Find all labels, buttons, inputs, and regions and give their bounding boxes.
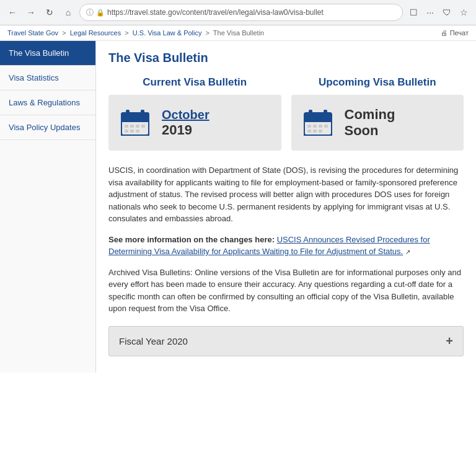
current-bulletin-section: Current Visa Bulletin <box>108 76 281 151</box>
uscis-block: See more information on the changes here… <box>108 234 464 258</box>
breadcrumb-sep-2: > <box>125 29 128 37</box>
svg-rect-4 <box>126 110 130 116</box>
svg-rect-8 <box>130 125 134 128</box>
address-bar[interactable]: ⓘ 🔒 https://travel.state.gov/content/tra… <box>79 4 403 21</box>
svg-rect-18 <box>324 110 327 116</box>
browser-actions: ☐ ··· 🛡 ☆ <box>407 6 471 19</box>
more-button[interactable]: ··· <box>423 6 437 19</box>
accordion-expand-icon: + <box>446 334 453 348</box>
page-title: The Visa Bulletin <box>108 51 464 65</box>
print-button[interactable]: 🖨 Печат <box>441 29 469 37</box>
sidebar-item-visa-bulletin[interactable]: The Visa Bulletin <box>0 41 95 66</box>
svg-rect-12 <box>130 130 134 133</box>
svg-rect-17 <box>309 110 312 116</box>
svg-rect-23 <box>324 125 328 128</box>
external-link-icon: ↗ <box>405 249 410 255</box>
accordion-header[interactable]: Fiscal Year 2020 + <box>109 327 463 356</box>
calendar-icon-current <box>118 106 152 139</box>
breadcrumb-link-travel[interactable]: Travel State Gov <box>7 29 58 37</box>
svg-rect-9 <box>136 125 139 128</box>
info-icon: ⓘ <box>86 7 94 18</box>
svg-rect-22 <box>319 125 322 128</box>
current-bulletin-year: 2019 <box>162 122 209 138</box>
breadcrumb-link-legal[interactable]: Legal Resources <box>70 29 121 37</box>
upcoming-bulletin-card[interactable]: Coming Soon <box>291 95 464 151</box>
bookmark-button[interactable]: ☐ <box>407 6 421 19</box>
current-bulletin-text: October 2019 <box>162 107 209 138</box>
content-area: The Visa Bulletin Visa Statistics Laws &… <box>0 41 476 372</box>
forward-button[interactable]: → <box>24 5 38 20</box>
upcoming-bulletin-line2: Soon <box>345 123 395 139</box>
upcoming-bulletin-line1: Coming <box>345 107 395 123</box>
shield-icon: 🔒 <box>96 9 105 17</box>
sidebar-item-laws-regulations[interactable]: Laws & Regulations <box>0 90 95 115</box>
main-content: The Visa Bulletin Current Visa Bulletin <box>96 41 476 372</box>
print-label: Печат <box>450 29 469 37</box>
back-button[interactable]: ← <box>5 5 20 20</box>
svg-rect-25 <box>313 130 317 133</box>
breadcrumb-sep-1: > <box>62 29 66 37</box>
archived-text: Archived Visa Bulletins: Online versions… <box>108 267 464 315</box>
svg-rect-10 <box>141 125 145 128</box>
url-text: https://travel.state.gov/content/travel/… <box>107 8 396 17</box>
svg-rect-6 <box>121 118 149 122</box>
current-bulletin-month: October <box>162 107 209 122</box>
accordion-title: Fiscal Year 2020 <box>119 336 188 346</box>
star-button[interactable]: ☆ <box>457 6 471 19</box>
svg-rect-7 <box>125 125 128 128</box>
upcoming-bulletin-section: Upcoming Visa Bulletin <box>291 76 464 151</box>
printer-icon: 🖨 <box>441 29 447 37</box>
body-paragraph: USCIS, in coordination with Department o… <box>108 164 464 225</box>
svg-rect-19 <box>304 118 332 122</box>
sidebar-item-visa-policy-updates[interactable]: Visa Policy Updates <box>0 115 95 140</box>
svg-rect-5 <box>141 110 144 116</box>
uscis-see-more: See more information on the changes here… <box>108 235 277 244</box>
breadcrumb-bar: Travel State Gov > Legal Resources > U.S… <box>0 25 476 41</box>
upcoming-bulletin-title: Upcoming Visa Bulletin <box>291 76 464 89</box>
svg-rect-20 <box>307 125 311 128</box>
fiscal-year-accordion: Fiscal Year 2020 + <box>108 326 464 356</box>
svg-rect-11 <box>125 130 128 133</box>
svg-rect-13 <box>136 130 139 133</box>
breadcrumb: Travel State Gov > Legal Resources > U.S… <box>7 29 264 37</box>
page-wrapper: Travel State Gov > Legal Resources > U.S… <box>0 25 476 372</box>
reload-button[interactable]: ↻ <box>42 5 57 20</box>
current-bulletin-card[interactable]: October 2019 <box>108 95 281 151</box>
svg-rect-26 <box>319 130 322 133</box>
browser-toolbar: ← → ↻ ⌂ ⓘ 🔒 https://travel.state.gov/con… <box>0 0 476 25</box>
svg-rect-24 <box>307 130 311 133</box>
breadcrumb-sep-3: > <box>206 29 209 37</box>
bulletin-row: Current Visa Bulletin <box>108 76 464 151</box>
shield-button[interactable]: 🛡 <box>439 6 454 19</box>
breadcrumb-link-visa-policy[interactable]: U.S. Visa Law & Policy <box>133 29 202 37</box>
calendar-icon-upcoming <box>301 106 335 139</box>
breadcrumb-current: The Visa Bulletin <box>213 29 264 37</box>
browser-chrome: ← → ↻ ⌂ ⓘ 🔒 https://travel.state.gov/con… <box>0 0 476 25</box>
sidebar: The Visa Bulletin Visa Statistics Laws &… <box>0 41 96 372</box>
home-button[interactable]: ⌂ <box>61 5 76 20</box>
svg-rect-21 <box>313 125 317 128</box>
upcoming-bulletin-text: Coming Soon <box>345 107 395 139</box>
current-bulletin-title: Current Visa Bulletin <box>108 76 281 89</box>
uscis-intro-text: See more information on the changes here… <box>108 235 430 257</box>
sidebar-item-visa-statistics[interactable]: Visa Statistics <box>0 66 95 90</box>
